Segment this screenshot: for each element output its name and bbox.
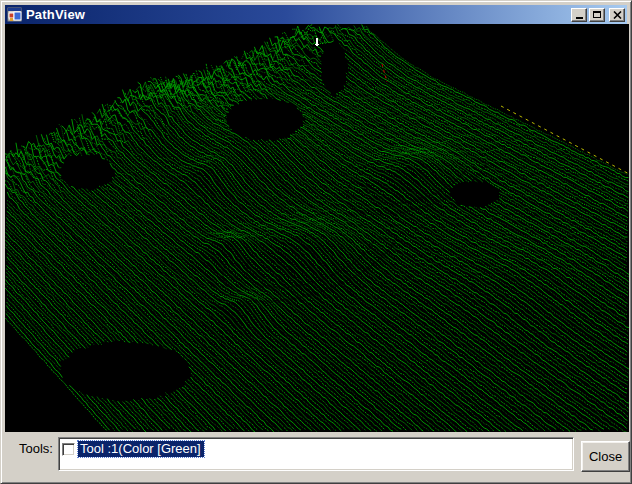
app-window-icon [7,7,23,23]
close-window-button[interactable] [609,8,625,22]
titlebar[interactable]: PathView [5,5,627,24]
maximize-icon [593,11,601,18]
viewport-area [5,24,629,432]
tools-panel: Tools: Tool :1(Color [Green] Close [5,432,627,479]
tools-list[interactable]: Tool :1(Color [Green] [58,437,574,471]
toolpath-canvas[interactable] [5,24,629,432]
close-button[interactable]: Close [581,441,630,472]
pathview-window: PathView Tools: Tool :1(Color [Green] [0,0,632,484]
close-icon [613,11,622,19]
tool-item-label: Tool :1(Color [Green] [78,441,204,457]
minimize-button[interactable] [571,8,587,22]
tool-checkbox-icon[interactable] [62,443,75,456]
window-title: PathView [26,7,85,22]
app-icon[interactable] [7,7,23,23]
maximize-button[interactable] [589,8,605,22]
tool-list-item[interactable]: Tool :1(Color [Green] [59,438,573,457]
tools-label: Tools: [19,441,53,456]
titlebar-buttons [569,8,627,22]
minimize-icon [576,17,583,19]
